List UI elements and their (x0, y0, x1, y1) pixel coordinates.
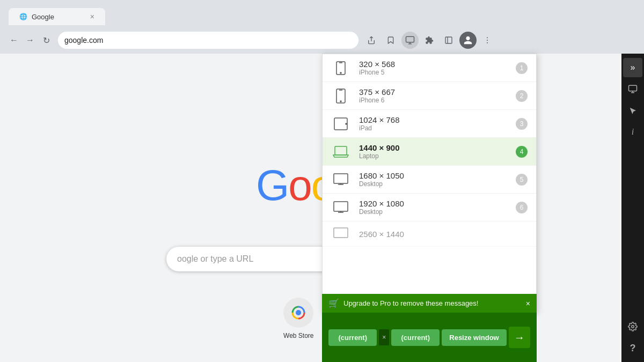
device-info-extra: 2560 × 1440 (359, 230, 528, 239)
svg-rect-3 (445, 37, 452, 43)
device-item-ipad[interactable]: 1024 × 768 iPad 3 (323, 110, 536, 138)
address-bar[interactable]: google.com (58, 32, 358, 49)
resize-window-button[interactable]: Resize window (442, 329, 506, 346)
active-tab[interactable]: 🌐 Google × (9, 8, 105, 25)
svg-point-16 (340, 72, 341, 73)
forward-button[interactable]: → (23, 33, 38, 48)
device-number-2: 2 (516, 90, 528, 102)
device-size-desktop1: 1680 × 1050 (359, 171, 507, 180)
laptop-icon (331, 145, 350, 158)
device-number-1: 1 (516, 62, 528, 74)
device-info-ipad: 1024 × 768 iPad (359, 115, 507, 132)
device-item-extra[interactable]: 2560 × 1440 (323, 221, 536, 247)
svg-point-7 (487, 42, 488, 43)
resize-window-label: Resize window (449, 334, 499, 342)
menu-button[interactable] (479, 32, 496, 49)
resize-x-label: × (382, 334, 386, 341)
sidebar-button[interactable] (440, 32, 457, 49)
device-number-3: 3 (516, 118, 528, 130)
device-info-desktop1: 1680 × 1050 Desktop (359, 171, 507, 188)
phone-icon (331, 61, 350, 75)
webstore-label: Web Store (283, 332, 313, 339)
preset-current-1-label: (current) (339, 334, 367, 342)
device-item-laptop[interactable]: 1440 × 900 Laptop 4 (323, 138, 536, 166)
ext-settings-button[interactable] (623, 317, 642, 336)
svg-point-9 (296, 310, 301, 315)
cart-icon: 🛒 (328, 298, 339, 308)
ext-cursor-button[interactable] (623, 101, 642, 120)
extensions-button[interactable] (421, 32, 438, 49)
svg-point-5 (487, 37, 488, 38)
shortcut-webstore[interactable]: Web Store (283, 298, 313, 339)
browser-toolbar: ← → ↻ google.com (0, 27, 644, 54)
device-item-iphone6[interactable]: 375 × 667 iPhone 6 2 (323, 82, 536, 110)
ext-device-button[interactable] (623, 79, 642, 99)
svg-rect-22 (335, 146, 347, 155)
svg-rect-29 (334, 228, 348, 238)
device-name-desktop1: Desktop (359, 180, 507, 188)
tab-title: Google (32, 13, 54, 21)
toolbar-icons (363, 32, 496, 49)
device-info-laptop: 1440 × 900 Laptop (359, 143, 507, 160)
device-item-desktop1[interactable]: 1680 × 1050 Desktop 5 (323, 166, 536, 194)
device-item-desktop2[interactable]: 1920 × 1080 Desktop 6 (323, 194, 536, 221)
resize-go-button[interactable]: → (509, 327, 530, 348)
svg-rect-0 (406, 36, 414, 42)
logo-letter-o1: o (288, 161, 311, 210)
address-text: google.com (64, 36, 352, 45)
resize-panel: 320 × 568 iPhone 5 1 375 × 667 iPhone 6 … (322, 54, 537, 313)
device-size-laptop: 1440 × 900 (359, 143, 507, 152)
device-extension-button[interactable] (401, 32, 419, 49)
device-name-desktop2: Desktop (359, 208, 507, 216)
svg-rect-26 (334, 202, 348, 211)
preset-current-1-button[interactable]: (current) (328, 329, 377, 346)
device-name-laptop: Laptop (359, 152, 507, 160)
device-number-6: 6 (516, 202, 528, 213)
profile-button[interactable] (459, 32, 477, 49)
device-size-extra: 2560 × 1440 (359, 230, 528, 239)
upgrade-text: Upgrade to Pro to remove these messages! (343, 299, 478, 307)
ext-chevron-button[interactable]: » (623, 58, 642, 77)
phone-icon-2 (331, 88, 350, 104)
preset-current-2-label: (current) (401, 334, 430, 342)
svg-point-19 (340, 101, 341, 102)
device-number-5: 5 (516, 174, 528, 186)
tab-bar: 🌐 Google × (0, 0, 644, 27)
device-number-4: 4 (516, 146, 528, 158)
device-info-iphone6: 375 × 667 iPhone 6 (359, 87, 507, 104)
device-size-iphone6: 375 × 667 (359, 87, 507, 97)
ext-help-button[interactable]: ? (623, 338, 642, 358)
svg-rect-23 (334, 174, 348, 183)
monitor-icon-2 (331, 201, 350, 215)
reload-button[interactable]: ↻ (39, 33, 54, 48)
resize-controls: (current) × (current) Resize window → (322, 313, 537, 362)
device-info-iphone5: 320 × 568 iPhone 5 (359, 60, 507, 76)
device-size-desktop2: 1920 × 1080 (359, 199, 507, 208)
tablet-icon (331, 117, 350, 130)
device-name-ipad: iPad (359, 124, 507, 132)
svg-point-21 (346, 123, 347, 124)
webstore-icon (283, 298, 313, 328)
resize-x-button[interactable]: × (379, 329, 389, 345)
upgrade-close-button[interactable]: × (526, 299, 530, 308)
device-name-iphone5: iPhone 5 (359, 69, 507, 76)
ext-info-button[interactable]: i (623, 122, 642, 142)
share-button[interactable] (363, 32, 380, 49)
tab-close-icon[interactable]: × (90, 12, 94, 21)
device-size-iphone5: 320 × 568 (359, 60, 507, 69)
device-item-iphone5[interactable]: 320 × 568 iPhone 5 1 (323, 54, 536, 82)
preset-current-2-button[interactable]: (current) (391, 329, 440, 346)
upgrade-banner: 🛒 Upgrade to Pro to remove these message… (322, 294, 537, 313)
logo-letter-G: G (256, 161, 288, 210)
device-name-iphone6: iPhone 6 (359, 97, 507, 104)
back-button[interactable]: ← (6, 33, 21, 48)
nav-buttons: ← → ↻ (6, 33, 54, 48)
device-size-ipad: 1024 × 768 (359, 115, 507, 124)
device-list: 320 × 568 iPhone 5 1 375 × 667 iPhone 6 … (323, 54, 536, 247)
svg-point-13 (632, 326, 634, 328)
bookmark-button[interactable] (382, 32, 399, 49)
monitor-icon (331, 173, 350, 187)
svg-rect-10 (629, 85, 637, 91)
svg-point-6 (487, 40, 488, 41)
device-info-desktop2: 1920 × 1080 Desktop (359, 199, 507, 216)
